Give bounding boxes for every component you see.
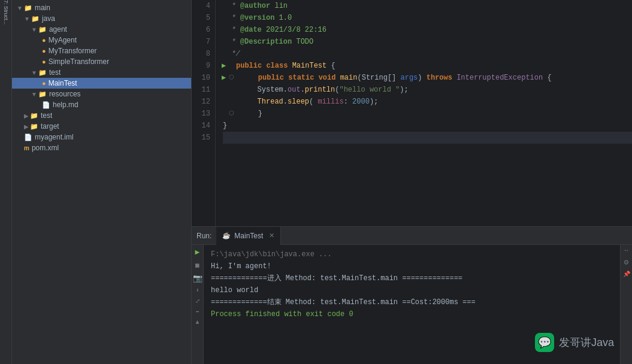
arrow-test: ▼ — [31, 69, 37, 76]
code-line-9: ▶ public class MainTest { — [223, 60, 632, 72]
code-line-4: * @author lin — [223, 0, 632, 12]
tree-item-target[interactable]: ▶ 📁 target — [12, 121, 191, 132]
code-line-14: } — [223, 120, 632, 132]
code-line-11: System.out.println("hello world "); — [223, 84, 632, 96]
tree-label-xml: pom.xml — [32, 144, 59, 152]
sidebar-icon-structure[interactable]: 7: Struct... — [1, 7, 11, 17]
run-tab-maintest[interactable]: ☕ MainTest ✕ — [216, 227, 281, 245]
code-editor[interactable]: 4 5 6 7 8 9 10 11 12 13 14 15 * @author … — [192, 0, 632, 226]
run-left-actions: ▶ ◼ 📷 ⬇ ⤢ ⬅ ▲ — [192, 245, 204, 364]
run-collapse-button[interactable]: ⤢ — [195, 298, 200, 305]
tree-item-helpmd[interactable]: 📄 help.md — [12, 99, 191, 110]
run-pin-icon[interactable]: 📌 — [623, 271, 630, 278]
folder-icon-main: 📁 — [24, 4, 32, 12]
code-line-6: * @date 2021/3/8 22:16 — [223, 24, 632, 36]
code-line-5: * @version 1.0 — [223, 12, 632, 24]
arrow-agent: ▼ — [31, 26, 37, 33]
file-icon-myagent: ● — [42, 37, 46, 44]
tree-item-main[interactable]: ▼ 📁 main — [12, 2, 191, 13]
run-output-line: Process finished with exit code 0 — [211, 308, 613, 320]
run-camera-button[interactable]: 📷 — [193, 274, 202, 283]
file-tree-panel: ▼ 📁 main ▼ 📁 java ▼ 📁 agent ● MyAgent ● … — [12, 0, 192, 364]
tree-item-agent[interactable]: ▼ 📁 agent — [12, 24, 191, 35]
editor-main: 4 5 6 7 8 9 10 11 12 13 14 15 * @author … — [192, 0, 632, 364]
file-icon-mytransformer: ● — [42, 47, 46, 54]
code-content[interactable]: * @author lin * @version 1.0 * @date 202… — [216, 0, 632, 226]
tree-label-maintest: MainTest — [49, 79, 77, 87]
run-output-line: =============进入 Method: test.MainTest.ma… — [211, 272, 613, 284]
tree-label-resources: resources — [49, 90, 81, 98]
run-tab-label: MainTest — [234, 232, 263, 240]
file-icon-helpmd: 📄 — [42, 101, 50, 109]
watermark-icon: 💬 — [535, 333, 554, 352]
run-arrow-10[interactable]: ▶ — [222, 72, 226, 84]
tree-label-test2: test — [41, 111, 52, 120]
tree-label-helpmd: help.md — [53, 101, 78, 109]
watermark: 💬 发哥讲Java — [535, 333, 614, 352]
run-panel-header: Run: ☕ MainTest ✕ — [192, 227, 632, 245]
tree-item-mytransformer[interactable]: ● MyTransformer — [12, 46, 191, 56]
tree-item-myagent[interactable]: ● MyAgent — [12, 35, 191, 46]
tree-label-test: test — [49, 68, 61, 77]
tree-item-test2[interactable]: ▶ 📁 test — [12, 110, 191, 121]
code-line-15 — [223, 132, 632, 144]
tree-label-agent: agent — [49, 25, 67, 34]
file-icon-xml: m — [24, 145, 29, 151]
run-stop-button[interactable]: ◼ — [195, 260, 200, 270]
folder-icon-agent: 📁 — [38, 26, 47, 34]
file-icon-maintest: ● — [42, 80, 46, 87]
tree-label-main: main — [35, 4, 50, 12]
code-line-12: Thread.sleep( millis: 2000); — [223, 96, 632, 108]
tree-item-myagentiml[interactable]: 📄 myagent.iml — [12, 132, 191, 142]
tree-label-myagent: MyAgent — [49, 36, 77, 44]
file-icon-simpletransformer: ● — [42, 58, 46, 65]
code-line-13: ⬡ } — [223, 108, 632, 120]
tree-item-test-folder[interactable]: ▼ 📁 test — [12, 67, 191, 78]
tree-item-java[interactable]: ▼ 📁 java — [12, 13, 191, 24]
run-output-line: F:\java\jdk\bin\java.exe ... — [211, 248, 613, 260]
code-line-7: * @Description TODO — [223, 36, 632, 48]
watermark-text: 发哥讲Java — [559, 335, 614, 350]
run-import-button[interactable]: ⬅ — [195, 308, 199, 316]
tree-item-simpletransformer[interactable]: ● SimpleTransformer — [12, 56, 191, 67]
arrow-main: ▼ — [17, 5, 23, 11]
run-label: Run: — [192, 232, 216, 240]
arrow-resources: ▼ — [31, 91, 37, 98]
run-output-line: =============结束 Method: test.MainTest.ma… — [211, 296, 613, 308]
tree-label-simpletransformer: SimpleTransformer — [49, 57, 110, 66]
run-output-line: hello world — [211, 284, 613, 296]
folder-icon-test2: 📁 — [30, 112, 38, 120]
run-settings-icon[interactable]: ⚙ — [624, 257, 629, 267]
arrow-test2: ▶ — [24, 113, 29, 119]
tree-item-pomxml[interactable]: m pom.xml — [12, 142, 191, 153]
folder-icon-test: 📁 — [38, 69, 47, 77]
folder-icon-java: 📁 — [31, 15, 40, 23]
run-restart-button[interactable]: ▶ — [195, 247, 200, 257]
run-arrow-9[interactable]: ▶ — [222, 60, 226, 72]
run-tab-close-button[interactable]: ✕ — [269, 232, 274, 239]
tree-label-iml: myagent.iml — [35, 133, 74, 141]
file-icon-iml: 📄 — [24, 134, 32, 141]
run-scroll-button[interactable]: ⬇ — [195, 287, 199, 294]
tree-item-resources[interactable]: ▼ 📁 resources — [12, 89, 191, 99]
tree-label-java: java — [42, 14, 55, 23]
run-up-button[interactable]: ▲ — [195, 319, 199, 326]
tree-label-target: target — [41, 122, 59, 131]
code-line-10: ▶ ⬡ public static void main(String[] arg… — [223, 72, 632, 84]
tree-item-maintest[interactable]: ● MainTest — [12, 78, 191, 89]
arrow-target: ▶ — [24, 123, 29, 130]
run-wrap-button[interactable]: ↔ — [624, 247, 628, 254]
code-line-8: */ — [223, 48, 632, 60]
left-sidebar-icons: 7: Struct... — [0, 0, 12, 364]
folder-icon-resources: 📁 — [38, 90, 47, 98]
run-tab-java-icon: ☕ — [222, 232, 231, 239]
tree-label-mytransformer: MyTransformer — [49, 47, 97, 55]
run-output-line: Hi, I'm agent! — [211, 260, 613, 272]
folder-icon-target: 📁 — [30, 123, 38, 131]
arrow-java: ▼ — [24, 16, 30, 22]
line-numbers: 4 5 6 7 8 9 10 11 12 13 14 15 — [192, 0, 216, 226]
run-right-actions: ↔ ⚙ 📌 — [620, 245, 632, 364]
